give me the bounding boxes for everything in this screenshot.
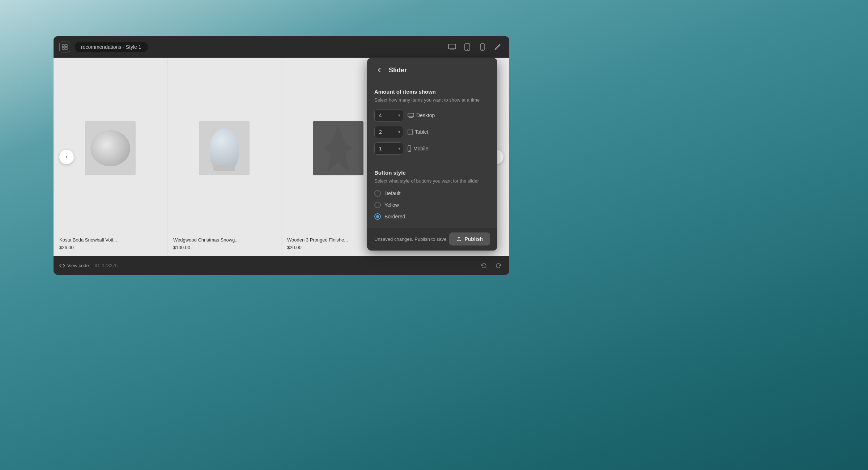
button-style-desc: Select what style of buttons you want fo…: [374, 178, 490, 184]
undo-button[interactable]: [479, 261, 489, 271]
slider-prev-button[interactable]: ‹: [59, 150, 74, 164]
settings-panel: Slider Amount of items shown Select how …: [367, 58, 497, 251]
product-name-2: Wedgwood Christmas Snowg...: [173, 237, 275, 243]
svg-rect-12: [408, 113, 414, 117]
amount-section-desc: Select how many items you want to show a…: [374, 97, 490, 103]
desktop-device-icon: Desktop: [408, 112, 435, 118]
panel-back-button[interactable]: [374, 65, 384, 75]
redo-button[interactable]: [493, 261, 503, 271]
unsaved-text: Unsaved changes. Publish to save.: [374, 236, 448, 242]
history-controls: [479, 261, 503, 271]
page-title: recommendations - Style 1: [75, 42, 148, 52]
panel-content: Amount of items shown Select how many it…: [367, 81, 497, 227]
desktop-row: 4 1 2 3 5 6 Desktop: [374, 109, 490, 121]
amount-section-title: Amount of items shown: [374, 89, 490, 95]
button-style-yellow[interactable]: Yellow: [374, 202, 490, 208]
button-style-title: Button style: [374, 170, 490, 176]
add-block-button[interactable]: [59, 42, 70, 52]
radio-yellow-label: Yellow: [384, 202, 399, 208]
button-style-bordered[interactable]: Bordered: [374, 213, 490, 220]
radio-bordered[interactable]: [374, 213, 381, 220]
button-style-options: Default Yellow Bordered: [374, 190, 490, 220]
button-style-default[interactable]: Default: [374, 190, 490, 197]
mobile-view-icon[interactable]: [477, 41, 488, 53]
product-image-2: [173, 64, 275, 233]
svg-rect-0: [62, 44, 64, 47]
svg-rect-3: [65, 47, 67, 50]
tablet-select-wrapper[interactable]: 2 1 3 4: [374, 126, 403, 138]
radio-yellow[interactable]: [374, 202, 381, 208]
radio-bordered-label: Bordered: [384, 214, 405, 219]
desktop-view-icon[interactable]: [446, 41, 458, 53]
sculpture-image: [320, 125, 356, 172]
svg-point-17: [410, 134, 410, 134]
edit-icon[interactable]: [492, 41, 503, 53]
mobile-label: Mobile: [413, 146, 428, 151]
panel-title: Slider: [389, 67, 407, 74]
svg-rect-4: [448, 44, 456, 49]
top-bar: recommendations - Style 1: [54, 36, 509, 58]
product-price-2: $100.00: [173, 245, 275, 250]
panel-header: Slider: [367, 58, 497, 81]
tablet-label: Tablet: [415, 129, 428, 135]
view-code-button[interactable]: View code: [59, 263, 89, 269]
svg-point-11: [482, 49, 483, 50]
tablet-row: 2 1 3 4 Tablet: [374, 126, 490, 138]
snowball-image: [90, 130, 130, 166]
mobile-row: 1 2 3 Mobile: [374, 142, 490, 155]
mobile-device-icon: Mobile: [408, 145, 428, 152]
publish-button[interactable]: Publish: [449, 232, 490, 245]
svg-rect-1: [65, 44, 67, 47]
desktop-label: Desktop: [416, 112, 435, 118]
svg-rect-2: [62, 47, 64, 50]
tablet-view-icon[interactable]: [461, 41, 473, 53]
globe-image: [210, 128, 239, 168]
desktop-select-wrapper[interactable]: 4 1 2 3 5 6: [374, 109, 403, 121]
view-code-label: View code: [67, 263, 89, 268]
product-price-1: $26.00: [59, 245, 161, 250]
product-name-1: Kosta Boda Snowball Voti...: [59, 237, 161, 243]
bottom-bar: View code ID: 178376: [54, 256, 509, 275]
radio-default-label: Default: [384, 191, 400, 196]
publish-label: Publish: [464, 236, 483, 242]
svg-point-19: [409, 150, 409, 151]
svg-point-9: [467, 49, 468, 50]
desktop-items-select[interactable]: 4 1 2 3 5 6: [374, 109, 403, 121]
tablet-device-icon: Tablet: [408, 129, 428, 135]
page-id: ID: 178376: [95, 263, 118, 268]
tablet-items-select[interactable]: 2 1 3 4: [374, 126, 403, 138]
panel-footer: Unsaved changes. Publish to save. Publis…: [367, 227, 497, 251]
product-image-1: [59, 64, 161, 233]
view-icons: [446, 41, 503, 53]
section-divider: [374, 162, 490, 162]
product-item: Wedgwood Christmas Snowg... $100.00: [167, 58, 281, 256]
radio-default[interactable]: [374, 190, 381, 197]
mobile-select-wrapper[interactable]: 1 2 3: [374, 142, 403, 155]
mobile-items-select[interactable]: 1 2 3: [374, 142, 403, 155]
